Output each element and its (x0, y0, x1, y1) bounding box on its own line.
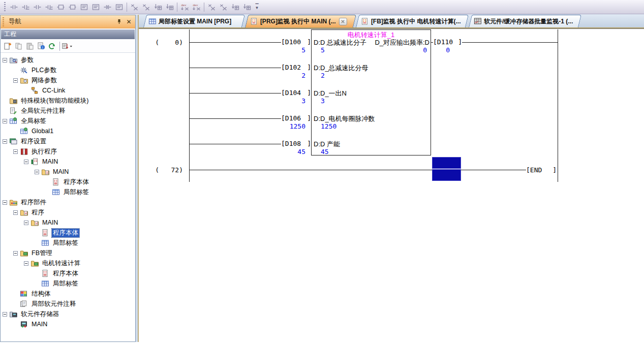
tree-item-局部标签[interactable]: 局部标签 (35, 278, 79, 289)
device-monitor-icon[interactable]: dev (179, 2, 191, 13)
tab-1[interactable]: 局部标签设置 MAIN [PRG] (143, 15, 245, 27)
tree-item-程序[interactable]: 程序 (13, 207, 45, 217)
tree-item-全局软元件注释[interactable]: 全局软元件注释 (3, 106, 67, 116)
tab-2[interactable]: [PRG]监视 执行中 MAIN (...✕ (245, 15, 356, 27)
close-contact-icon[interactable] (32, 2, 43, 13)
tree-item-特殊模块(智能功能模块)[interactable]: 特殊模块(智能功能模块) (3, 96, 89, 106)
toolbar-grip[interactable] (4, 2, 6, 12)
toolbar-overflow-icon[interactable]: ▔▼ (254, 2, 260, 13)
sort-icon[interactable] (62, 41, 73, 51)
tree-item-label: 局部软元件注释 (30, 300, 77, 308)
inline-st-box-icon[interactable] (78, 2, 90, 13)
tree-item-软元件存储器[interactable]: 软元件存储器 (3, 309, 60, 319)
tree-item-程序本体[interactable]: 程序本体 (35, 228, 79, 238)
tab-4[interactable]: 软元件/缓冲存储器批量监视-1 (... (469, 15, 581, 27)
tree-item-MAIN[interactable]: MAIN (13, 319, 48, 329)
tree-expander[interactable] (24, 160, 28, 164)
tree-expander[interactable] (3, 312, 7, 317)
tree-expander[interactable] (3, 139, 7, 144)
tree-item-局部标签[interactable]: 局部标签 (35, 238, 79, 248)
ladder-editor[interactable]: ( 0) ( 72) 电机转速计算_1 [D100]5D:D 总减速比分子5[D… (139, 28, 644, 343)
paste-icon[interactable] (24, 41, 36, 51)
tree-item-label: MAIN (52, 168, 70, 175)
tree-expander[interactable] (13, 251, 18, 256)
data-info-icon[interactable]: i (36, 41, 47, 51)
open-branch-icon[interactable] (20, 2, 32, 13)
copy-icon[interactable] (13, 41, 24, 51)
tree-item-label: 软元件存储器 (20, 310, 60, 319)
tree-expander[interactable] (3, 200, 7, 205)
tab-3[interactable]: [FB]监视 执行中 电机转速计算(... (356, 15, 469, 27)
tree-expander[interactable] (13, 210, 18, 215)
device-batch-test-icon[interactable] (164, 2, 175, 13)
end-instruction-cell[interactable]: [END] (526, 166, 557, 174)
instruction-list-icon[interactable] (113, 2, 125, 13)
operand-cell-D106[interactable]: [D106] (281, 114, 311, 122)
tree-item-电机转速计算[interactable]: 电机转速计算 (24, 258, 81, 268)
toolbar-separator (204, 3, 204, 12)
tree-item-label: 特殊模块(智能功能模块) (20, 97, 89, 105)
tree-item-全局标签[interactable]: 全局标签 (3, 116, 47, 126)
forced-off-icon[interactable] (218, 2, 229, 13)
tree-item-MAIN[interactable]: MAIN (24, 157, 59, 167)
document-tab-bar: 局部标签设置 MAIN [PRG][PRG]监视 执行中 MAIN (...✕[… (139, 14, 644, 28)
panel-grip[interactable] (3, 17, 4, 26)
tree-expander[interactable] (3, 119, 7, 123)
tree-item-执行程序[interactable]: 执行程序 (13, 146, 58, 157)
pulse-contact-icon[interactable] (102, 2, 113, 13)
application-instruction-icon[interactable] (67, 2, 78, 13)
operand-cell-D102[interactable]: [D102] (281, 64, 311, 71)
output-operand-cell[interactable]: [D110] (433, 38, 462, 46)
tree-item-PLC参数[interactable]: PLC参数 (13, 65, 57, 75)
tab-close-icon[interactable]: ✕ (339, 18, 347, 25)
tree-item-Global1[interactable]: Global1 (13, 126, 54, 136)
ladder-cursor-cell-top[interactable] (432, 157, 461, 169)
forced-on-icon[interactable] (206, 2, 218, 13)
tree-expander[interactable] (24, 221, 28, 225)
tree-item-网络参数[interactable]: 网络参数 (13, 75, 58, 85)
device-test-off-icon[interactable] (140, 2, 152, 13)
tree-item-局部软元件注释[interactable]: 局部软元件注释 (13, 299, 77, 309)
tree-item-label: 程序本体 (52, 269, 79, 278)
tree-item-程序设置[interactable]: 程序设置 (3, 136, 47, 146)
tree-expander[interactable] (24, 261, 28, 266)
tree-item-程序本体[interactable]: 程序本体 (45, 177, 90, 187)
tree-item-FB管理[interactable]: FB管理 (13, 248, 53, 258)
new-data-icon[interactable] (2, 41, 13, 51)
tree-expander[interactable] (3, 58, 7, 63)
tree-expander[interactable] (13, 78, 18, 83)
tree-item-参数[interactable]: 参数 (3, 55, 35, 65)
device-register-monitor-icon[interactable]: dev (191, 2, 202, 13)
device-test-set-icon[interactable] (152, 2, 164, 13)
operand-cell-D108[interactable]: [D108] (281, 140, 311, 147)
ladder-cursor-cell-bottom[interactable] (432, 169, 461, 181)
device-test-on-icon[interactable] (129, 2, 140, 13)
tree-item-局部标签[interactable]: 局部标签 (45, 187, 90, 197)
tree-item-label: 电机转速计算 (41, 259, 81, 268)
tree-item-MAIN[interactable]: MAIN (24, 217, 59, 228)
progfolder-icon (41, 168, 50, 175)
operand-cell-D100[interactable]: [D100] (281, 38, 311, 46)
tree-item-结构体[interactable]: 结构体 (13, 289, 52, 299)
close-branch-icon[interactable] (43, 2, 55, 13)
forced-set-icon[interactable] (229, 2, 241, 13)
tree-expander[interactable] (13, 149, 18, 154)
tree-item-label: 程序部件 (20, 198, 47, 207)
progpage-icon (41, 229, 50, 236)
structtable-icon (20, 290, 28, 297)
operand-cell-D104[interactable]: [D104] (281, 89, 311, 97)
refresh-icon[interactable] (47, 41, 58, 51)
tab-label: 局部标签设置 MAIN [PRG] (159, 17, 231, 26)
tree-expander[interactable] (35, 170, 39, 174)
forced-register-icon[interactable] (241, 2, 253, 13)
pin-icon[interactable] (115, 18, 124, 26)
fb-input-pin-value: 3 (321, 97, 338, 105)
tree-item-CC-Link[interactable]: CC-Link (24, 85, 66, 96)
open-contact-icon[interactable] (8, 2, 20, 13)
tree-item-MAIN[interactable]: MAIN (35, 167, 70, 177)
tree-item-程序部件[interactable]: 程序部件 (3, 197, 47, 207)
coil-icon[interactable] (55, 2, 67, 13)
edit-box-icon[interactable] (90, 2, 102, 13)
tree-item-程序本体[interactable]: 程序本体 (35, 268, 79, 278)
close-icon[interactable]: ✕ (125, 18, 133, 26)
